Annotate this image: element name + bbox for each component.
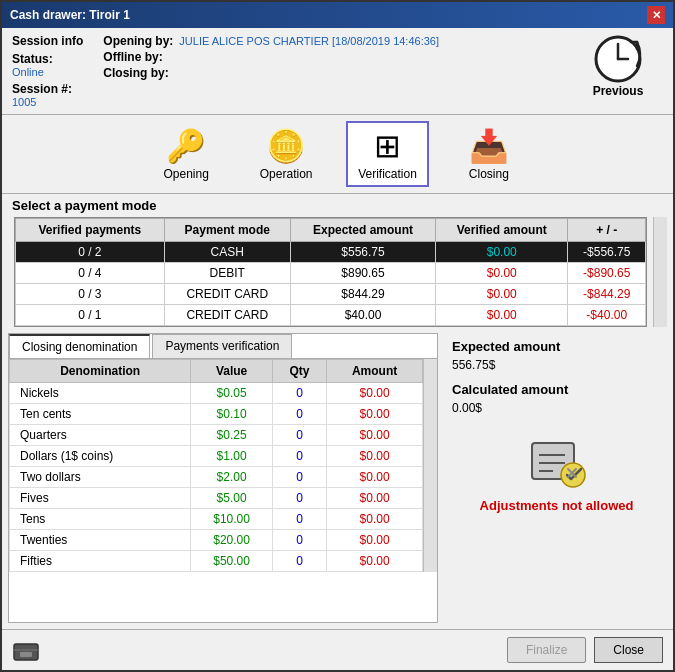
denom-amount: $0.00	[327, 404, 423, 425]
lower-left-panel: Closing denomination Payments verificati…	[8, 333, 438, 623]
denom-value: $0.10	[191, 404, 273, 425]
denom-name: Twenties	[10, 530, 191, 551]
table-cell: CREDIT CARD	[164, 284, 290, 305]
denom-value: $10.00	[191, 509, 273, 530]
denom-value: $50.00	[191, 551, 273, 572]
denom-qty[interactable]: 0	[272, 488, 326, 509]
table-row[interactable]: 0 / 2CASH$556.75$0.00-$556.75	[16, 242, 646, 263]
previous-label: Previous	[593, 84, 644, 98]
offline-by-label: Offline by:	[103, 50, 162, 64]
denom-name: Quarters	[10, 425, 191, 446]
tab-opening[interactable]: 🔑 Opening	[146, 121, 226, 187]
denom-name: Nickels	[10, 383, 191, 404]
title-bar: Cash drawer: Tiroir 1 ✕	[2, 2, 673, 28]
table-row[interactable]: 0 / 1CREDIT CARD$40.00$0.00-$40.00	[16, 305, 646, 326]
svg-rect-9	[20, 652, 32, 657]
table-cell: 0 / 1	[16, 305, 165, 326]
table-cell: $0.00	[436, 263, 568, 284]
tab-verification[interactable]: ⊞ Verification	[346, 121, 429, 187]
calculated-amount-value: 0.00$	[452, 401, 661, 415]
denom-qty[interactable]: 0	[272, 467, 326, 488]
denom-qty[interactable]: 0	[272, 530, 326, 551]
table-cell: $890.65	[290, 263, 435, 284]
table-cell: CREDIT CARD	[164, 305, 290, 326]
denom-name: Fives	[10, 488, 191, 509]
denom-qty[interactable]: 0	[272, 446, 326, 467]
col-verified-payments: Verified payments	[16, 219, 165, 242]
verification-icon: ⊞	[374, 127, 401, 165]
denom-qty[interactable]: 0	[272, 404, 326, 425]
denom-name: Ten cents	[10, 404, 191, 425]
payment-table: Verified payments Payment mode Expected …	[15, 218, 646, 326]
list-item: Two dollars$2.000$0.00	[10, 467, 423, 488]
table-cell: DEBIT	[164, 263, 290, 284]
payment-table-header: Verified payments Payment mode Expected …	[16, 219, 646, 242]
adjustment-icon	[527, 435, 587, 490]
table-cell: 0 / 3	[16, 284, 165, 305]
verification-label: Verification	[358, 167, 417, 181]
col-diff: + / -	[568, 219, 646, 242]
table-cell: $0.00	[436, 305, 568, 326]
denom-header-row: Denomination Value Qty Amount	[10, 360, 423, 383]
list-item: Quarters$0.250$0.00	[10, 425, 423, 446]
col-value: Value	[191, 360, 273, 383]
denom-value: $20.00	[191, 530, 273, 551]
close-button[interactable]: Close	[594, 637, 663, 663]
col-qty: Qty	[272, 360, 326, 383]
adj-not-allowed-text: Adjustments not allowed	[452, 498, 661, 513]
denom-qty[interactable]: 0	[272, 425, 326, 446]
operation-label: Operation	[260, 167, 313, 181]
denom-qty[interactable]: 0	[272, 383, 326, 404]
status-value: Online	[12, 66, 83, 78]
denom-qty[interactable]: 0	[272, 509, 326, 530]
window-close-button[interactable]: ✕	[647, 6, 665, 24]
opening-by-label: Opening by:	[103, 34, 173, 48]
denom-amount: $0.00	[327, 530, 423, 551]
table-cell: -$844.29	[568, 284, 646, 305]
denom-value: $0.25	[191, 425, 273, 446]
denom-scrollbar[interactable]	[423, 359, 437, 572]
lower-section: Closing denomination Payments verificati…	[2, 327, 673, 629]
clock-icon	[593, 34, 643, 84]
denom-amount: $0.00	[327, 551, 423, 572]
denom-amount: $0.00	[327, 425, 423, 446]
lower-tab-headers: Closing denomination Payments verificati…	[9, 334, 437, 359]
denom-value: $2.00	[191, 467, 273, 488]
calculated-amount-label: Calculated amount	[452, 382, 661, 397]
tab-operation[interactable]: 🪙 Operation	[246, 121, 326, 187]
table-cell: $844.29	[290, 284, 435, 305]
previous-button[interactable]: Previous	[573, 34, 663, 98]
finalize-button[interactable]: Finalize	[507, 637, 586, 663]
payment-section-title: Select a payment mode	[2, 194, 673, 217]
tab-closing-denomination[interactable]: Closing denomination	[9, 334, 150, 358]
drawer-icon	[12, 636, 40, 664]
table-cell: -$40.00	[568, 305, 646, 326]
list-item: Fifties$50.000$0.00	[10, 551, 423, 572]
table-row[interactable]: 0 / 4DEBIT$890.65$0.00-$890.65	[16, 263, 646, 284]
session-num-label: Session #:	[12, 82, 72, 96]
col-denomination: Denomination	[10, 360, 191, 383]
col-expected-amount: Expected amount	[290, 219, 435, 242]
footer: Finalize Close	[2, 629, 673, 670]
denom-name: Fifties	[10, 551, 191, 572]
denom-qty[interactable]: 0	[272, 551, 326, 572]
opening-label: Opening	[163, 167, 208, 181]
tab-closing[interactable]: 📥 Closing	[449, 121, 529, 187]
payment-table-scrollbar[interactable]	[653, 217, 667, 327]
col-verified-amount: Verified amount	[436, 219, 568, 242]
session-info-label: Session info	[12, 34, 83, 48]
denom-value: $1.00	[191, 446, 273, 467]
table-cell: -$890.65	[568, 263, 646, 284]
closing-by-row: Closing by:	[103, 66, 573, 80]
footer-left	[12, 636, 499, 664]
session-left: Session info Status: Online Session #: 1…	[12, 34, 83, 108]
table-row[interactable]: 0 / 3CREDIT CARD$844.29$0.00-$844.29	[16, 284, 646, 305]
list-item: Fives$5.000$0.00	[10, 488, 423, 509]
expected-amount-value: 556.75$	[452, 358, 661, 372]
table-cell: $0.00	[436, 284, 568, 305]
tab-payments-verification[interactable]: Payments verification	[152, 334, 292, 358]
denom-amount: $0.00	[327, 383, 423, 404]
denom-name: Tens	[10, 509, 191, 530]
denomination-table: Denomination Value Qty Amount Nickels$0.…	[9, 359, 423, 572]
table-cell: 0 / 2	[16, 242, 165, 263]
